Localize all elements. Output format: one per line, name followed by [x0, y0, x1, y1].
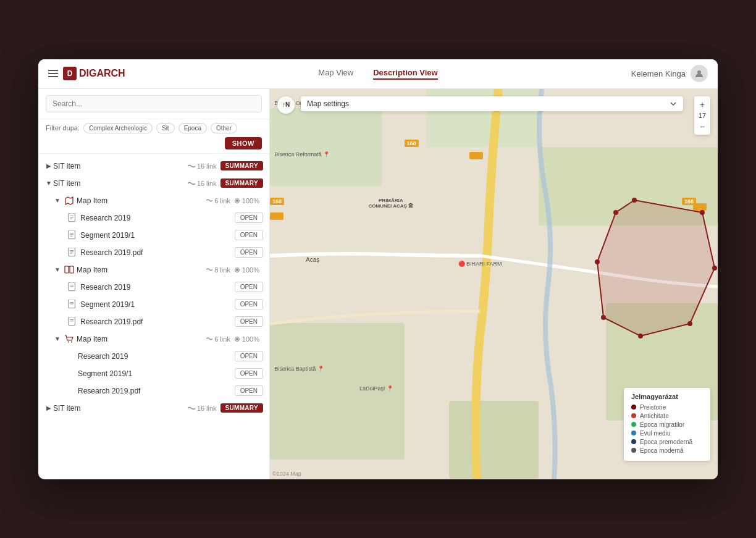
north-indicator: ↑N: [277, 96, 295, 114]
list-item: Research 2019.pdf OPEN: [38, 313, 269, 330]
map-label-baptista: Biserica Baptistă 📍: [274, 366, 324, 372]
map-label-primaria: PRIMĂRIACOMUNEI ACAȘ 🏛: [369, 198, 414, 209]
map-settings-label: Map settings: [307, 99, 665, 108]
map-label-ladoipasi: LaDoiPași 📍: [359, 385, 393, 392]
research-2019-3-label: Research 2019: [78, 352, 235, 361]
legend-label-antichitate: Antichitate: [640, 413, 669, 419]
road-badge-168c: 168: [682, 198, 696, 205]
tab-description-view[interactable]: Description View: [373, 68, 438, 80]
list-item: ▶ SIT item 16 link SUMMARY: [38, 400, 269, 417]
map-icon: [64, 196, 74, 206]
map-item-1-expand[interactable]: ▼: [53, 196, 62, 205]
list-item: Research 2019 OPEN: [38, 279, 269, 296]
legend-item-preistorie: Preistorie: [631, 404, 703, 411]
segment-2-open-btn[interactable]: OPEN: [235, 299, 263, 309]
map-copyright: ©2024 Map: [272, 471, 301, 477]
sit-item-3-summary-btn[interactable]: SUMMARY: [220, 403, 263, 413]
zoom-out-button[interactable]: −: [695, 120, 709, 133]
segment-1-label: Segment 2019/1: [80, 231, 235, 240]
doc-icon-2: [68, 230, 78, 240]
svg-point-38: [712, 266, 717, 271]
tab-map-view[interactable]: Map View: [318, 68, 353, 80]
filter-chip-complex[interactable]: Complex Archeologic: [83, 123, 153, 133]
filter-bar: Filter dupa: Complex Archeologic Sit Epo…: [38, 119, 269, 154]
pdf-1-open-btn[interactable]: OPEN: [235, 247, 263, 258]
svg-point-29: [71, 341, 72, 342]
legend-dot-premoderna: [631, 439, 636, 444]
pdf-1-label: Research 2019.pdf: [80, 248, 235, 257]
map-label-bihari: 🔴 BIHARI FARM: [458, 261, 502, 267]
svg-point-28: [68, 341, 69, 342]
filter-chip-epoca[interactable]: Epoca: [178, 123, 207, 133]
sit-item-3-links: 16 link: [188, 405, 217, 412]
list-item: Research 2019.pdf OPEN: [38, 244, 269, 261]
map-item-2-percent: 100%: [234, 266, 259, 274]
tree-container: ▶ SIT item 16 link SUMMARY ▼ SIT item 16…: [38, 154, 269, 479]
expand-icon[interactable]: ▶: [44, 162, 53, 170]
map-item-2-label: Map Item: [77, 266, 206, 274]
logo-text: DIGARCH: [79, 68, 125, 79]
main-content: Filter dupa: Complex Archeologic Sit Epo…: [38, 89, 718, 479]
map-item-2-expand[interactable]: ▼: [53, 266, 62, 274]
svg-point-42: [595, 259, 600, 264]
svg-point-2: [236, 200, 238, 202]
map-item-3-label: Map Item: [77, 335, 206, 343]
expand-icon-3[interactable]: ▶: [44, 404, 53, 413]
header-left: D DIGARCH: [48, 67, 172, 80]
map-item-2-links: 8 link: [206, 266, 230, 274]
user-avatar: [691, 65, 708, 82]
research-2019-2-label: Research 2019: [80, 283, 235, 292]
pdf-3-open-btn[interactable]: OPEN: [235, 385, 263, 396]
sit-item-1-summary-btn[interactable]: SUMMARY: [220, 161, 263, 170]
sit-item-2-summary-btn[interactable]: SUMMARY: [220, 179, 263, 188]
research-2019-1-open-btn[interactable]: OPEN: [235, 212, 263, 223]
logo-icon: D: [63, 67, 77, 80]
legend-dot-preistorie: [631, 405, 636, 410]
research-2019-1-label: Research 2019: [80, 214, 235, 222]
segment-3-open-btn[interactable]: OPEN: [235, 368, 263, 379]
filter-chip-sit[interactable]: Sit: [156, 123, 175, 133]
legend-label-premoderna: Epoca premodernă: [640, 439, 692, 445]
segment-1-open-btn[interactable]: OPEN: [235, 230, 263, 240]
research-2019-3-open-btn[interactable]: OPEN: [235, 351, 263, 361]
nav-tabs: Map View Description View: [172, 68, 584, 80]
map-item-3-expand[interactable]: ▼: [53, 335, 62, 343]
segment-3-label: Segment 2019/1: [78, 369, 235, 378]
expand-icon-2[interactable]: ▼: [44, 179, 53, 188]
map-item-1-percent: 100%: [234, 197, 259, 204]
svg-point-41: [601, 315, 606, 320]
map-label-acas: Acaș: [306, 256, 319, 263]
filter-chip-other[interactable]: Other: [211, 123, 237, 133]
pdf-2-open-btn[interactable]: OPEN: [235, 316, 263, 327]
map-label-reformata: Biserica Reformată 📍: [274, 151, 330, 158]
svg-rect-33: [270, 212, 284, 220]
search-input[interactable]: [46, 95, 262, 112]
list-item: Segment 2019/1 OPEN: [38, 365, 269, 382]
legend-dot-migratie: [631, 422, 636, 427]
map-item-1-label: Map Item: [77, 196, 206, 205]
sit-item-1-links: 16 link: [188, 162, 217, 170]
map-settings-bar[interactable]: Map settings: [301, 96, 683, 111]
logo: D DIGARCH: [63, 67, 125, 80]
map-legend: Jelmagyarázat Preistorie Antichitate Epo…: [624, 388, 710, 461]
hamburger-icon[interactable]: [48, 70, 58, 77]
map-background[interactable]: Biserica Ortodoxa 📍 Biserica Reformată 📍…: [270, 89, 718, 479]
header-right: Kelemen Kinga: [584, 65, 708, 82]
svg-point-39: [687, 321, 692, 326]
zoom-in-button[interactable]: +: [695, 98, 709, 111]
search-bar: [38, 89, 269, 119]
pdf-2-label: Research 2019.pdf: [80, 317, 235, 326]
map-item-3-percent: 100%: [234, 335, 259, 343]
user-name: Kelemen Kinga: [631, 69, 686, 78]
chevron-down-icon: [670, 100, 677, 107]
svg-point-43: [613, 210, 618, 215]
list-item: ▼ Map Item 6 link 100%: [38, 330, 269, 348]
list-item: Research 2019 OPEN: [38, 348, 269, 365]
list-item: Research 2019 OPEN: [38, 209, 269, 227]
map-item-1-links: 6 link: [206, 197, 230, 204]
research-2019-2-open-btn[interactable]: OPEN: [235, 282, 263, 292]
show-button[interactable]: SHOW: [225, 137, 262, 149]
road-badge-168b: 168: [270, 198, 284, 205]
road-badge-168: 168: [405, 140, 419, 147]
list-item: ▼ Map Item 6 link 100%: [38, 192, 269, 209]
